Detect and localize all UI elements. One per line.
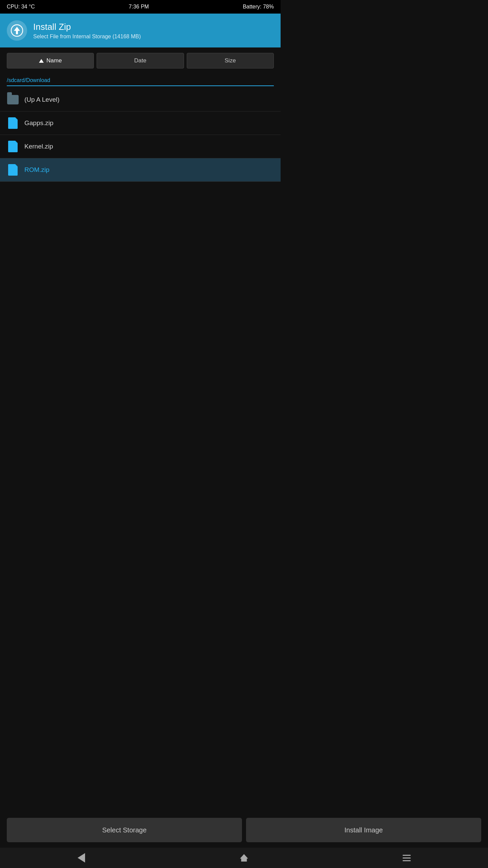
header-text: Install Zip Select File from Internal St… — [33, 22, 141, 40]
list-item[interactable]: ROM.zip — [0, 158, 281, 182]
file-icon — [7, 140, 19, 153]
app-subtitle: Select File from Internal Storage (14168… — [33, 34, 141, 40]
file-name-label: ROM.zip — [24, 166, 49, 174]
time-status: 7:36 PM — [129, 4, 149, 10]
sort-by-date-button[interactable]: Date — [97, 53, 184, 68]
file-list: (Up A Level)Gapps.zipKernel.zipROM.zip — [0, 88, 281, 182]
list-item[interactable]: (Up A Level) — [0, 88, 281, 112]
path-divider — [7, 85, 274, 86]
sort-asc-icon — [39, 59, 44, 63]
battery-status: Battery: 78% — [243, 4, 274, 10]
cpu-status: CPU: 34 °C — [7, 4, 35, 10]
svg-marker-1 — [14, 27, 20, 34]
current-path: /sdcard/Download — [7, 77, 50, 83]
status-bar: CPU: 34 °C 7:36 PM Battery: 78% — [0, 0, 281, 14]
sort-name-label: Name — [46, 57, 62, 64]
file-name-label: (Up A Level) — [24, 96, 60, 103]
file-name-label: Gapps.zip — [24, 119, 54, 127]
list-item[interactable]: Kernel.zip — [0, 135, 281, 158]
file-icon — [7, 117, 19, 129]
app-icon — [7, 20, 27, 41]
app-header: Install Zip Select File from Internal St… — [0, 14, 281, 47]
folder-icon — [7, 94, 19, 106]
sort-bar: Name Date Size — [0, 47, 281, 74]
sort-date-label: Date — [134, 57, 146, 64]
app-title: Install Zip — [33, 22, 141, 32]
file-icon — [7, 164, 19, 176]
sort-size-label: Size — [225, 57, 236, 64]
list-item[interactable]: Gapps.zip — [0, 112, 281, 135]
sort-by-size-button[interactable]: Size — [187, 53, 274, 68]
sort-by-name-button[interactable]: Name — [7, 53, 94, 68]
file-name-label: Kernel.zip — [24, 143, 53, 150]
path-bar: /sdcard/Download — [0, 74, 281, 88]
